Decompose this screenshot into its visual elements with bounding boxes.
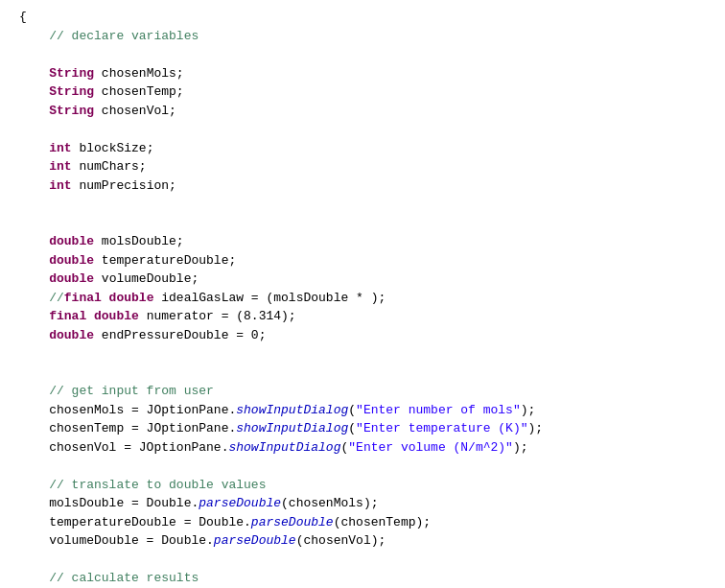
code-line: // declare variables bbox=[19, 27, 706, 46]
code-line: String chosenTemp; bbox=[19, 82, 706, 102]
code-line: chosenMols = JOptionPane.showInputDialog… bbox=[19, 401, 706, 420]
code-line: int numChars; bbox=[19, 157, 706, 176]
code-line: chosenTemp = JOptionPane.showInputDialog… bbox=[19, 419, 706, 438]
code-line: volumeDouble = Double.parseDouble(chosen… bbox=[19, 531, 706, 551]
code-line bbox=[19, 344, 706, 364]
code-line: String chosenVol; bbox=[19, 102, 706, 121]
code-line: //final double idealGasLaw = (molsDouble… bbox=[19, 289, 706, 308]
code-line: { bbox=[19, 8, 706, 27]
code-line: temperatureDouble = Double.parseDouble(c… bbox=[19, 513, 706, 532]
code-line: molsDouble = Double.parseDouble(chosenMo… bbox=[19, 494, 706, 513]
code-line bbox=[19, 457, 706, 476]
code-line: int numPrecision; bbox=[19, 176, 706, 196]
code-line: // get input from user bbox=[19, 382, 706, 401]
code-line: double endPressureDouble = 0; bbox=[19, 326, 706, 345]
code-line bbox=[19, 551, 706, 570]
code-editor: { // declare variables String chosenMols… bbox=[0, 0, 725, 588]
code-line: // calculate results bbox=[19, 569, 706, 588]
code-block-top: { // declare variables String chosenMols… bbox=[0, 8, 725, 588]
code-line bbox=[19, 120, 706, 139]
code-line: chosenVol = JOptionPane.showInputDialog(… bbox=[19, 438, 706, 458]
code-line bbox=[19, 364, 706, 383]
code-line: String chosenMols; bbox=[19, 64, 706, 83]
code-line: int blockSize; bbox=[19, 139, 706, 158]
code-line bbox=[19, 195, 706, 214]
code-line: double volumeDouble; bbox=[19, 270, 706, 289]
code-line: final double numerator = (8.314); bbox=[19, 307, 706, 326]
code-line: double temperatureDouble; bbox=[19, 251, 706, 270]
code-line bbox=[19, 214, 706, 233]
code-line: double molsDouble; bbox=[19, 232, 706, 251]
code-line: // translate to double values bbox=[19, 476, 706, 495]
code-line bbox=[19, 45, 706, 64]
